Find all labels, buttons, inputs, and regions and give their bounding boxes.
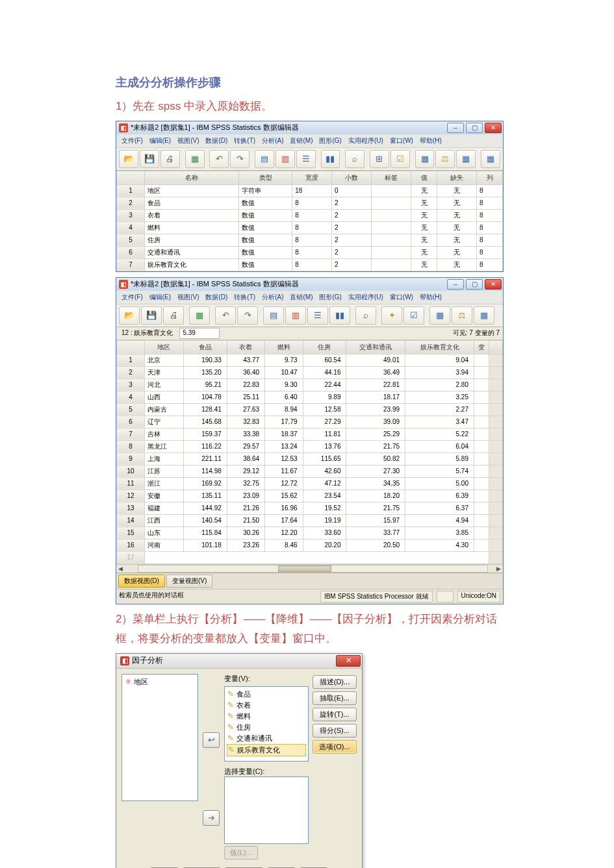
- table-row[interactable]: 7娱乐教育文化数值82无无8: [117, 258, 503, 271]
- redo-icon[interactable]: ↷: [237, 306, 258, 325]
- cell-value[interactable]: 9.30: [265, 378, 303, 391]
- row-header[interactable]: 4: [117, 221, 145, 234]
- row-header[interactable]: 1: [117, 184, 145, 197]
- cell-decimals[interactable]: 2: [332, 246, 372, 258]
- insert-cases-icon[interactable]: ✦: [381, 306, 402, 325]
- table-row[interactable]: 8黑龙江116.2229.5713.2413.7621.756.04: [117, 440, 503, 453]
- cell-extra[interactable]: [474, 428, 489, 440]
- cell-width[interactable]: 18: [292, 184, 332, 197]
- vertical-scrollbar[interactable]: [489, 440, 503, 453]
- bar-chart-icon[interactable]: ▮▮: [329, 306, 350, 325]
- value-labels-icon[interactable]: ▦: [415, 150, 435, 168]
- table-row[interactable]: 12安徽135.1123.0915.6223.5418.206.39: [117, 490, 503, 502]
- vertical-scrollbar[interactable]: [489, 366, 503, 378]
- cell-value[interactable]: 22.44: [303, 378, 346, 391]
- table-row[interactable]: 10江苏114.9829.1211.6742.6027.305.74: [117, 465, 503, 477]
- cell-value[interactable]: 50.82: [346, 453, 405, 465]
- menu-data[interactable]: 数据(D): [203, 136, 230, 146]
- vertical-scrollbar[interactable]: [489, 527, 503, 539]
- row-header[interactable]: 11: [117, 477, 145, 490]
- weight-icon[interactable]: ⚖: [452, 306, 472, 325]
- cell-type[interactable]: 数值: [239, 246, 292, 258]
- table-row[interactable]: 6辽宁145.6832.8317.7927.2939.093.47: [117, 415, 503, 428]
- cell-value[interactable]: 4.30: [405, 539, 474, 551]
- menu-transform[interactable]: 转换(T): [231, 136, 258, 146]
- source-var-list[interactable]: ⚛ 地区: [122, 674, 198, 801]
- cell-region[interactable]: 河北: [145, 378, 184, 391]
- cell-value[interactable]: 12.58: [303, 403, 346, 415]
- cell-value[interactable]: 23.26: [227, 539, 264, 551]
- cell-value[interactable]: 23.99: [346, 403, 405, 415]
- row-header[interactable]: 10: [117, 465, 145, 477]
- bar-chart-icon[interactable]: ▮▮: [321, 150, 340, 168]
- use-sets-icon[interactable]: ▦: [456, 150, 476, 168]
- close-button[interactable]: ✕: [485, 279, 502, 290]
- cell-value[interactable]: 140.54: [183, 514, 227, 527]
- cell-value[interactable]: 4.94: [405, 514, 474, 527]
- cell-label[interactable]: [372, 197, 411, 209]
- cell-value[interactable]: 221.11: [183, 453, 227, 465]
- cell-value[interactable]: 144.92: [183, 502, 227, 514]
- cell-value[interactable]: 32.83: [227, 415, 264, 428]
- dialog-close-button[interactable]: ✕: [336, 655, 361, 667]
- horizontal-scrollbar[interactable]: ◀ ▶: [116, 564, 503, 573]
- cell-value[interactable]: 39.09: [346, 415, 405, 428]
- cell-columns[interactable]: 8: [477, 221, 503, 234]
- cell-label[interactable]: [372, 258, 411, 271]
- move-to-select-button[interactable]: ➜: [203, 810, 220, 826]
- dataset-icon[interactable]: ▦: [189, 306, 210, 325]
- print-icon[interactable]: 🖨: [160, 150, 180, 168]
- cell-label[interactable]: [372, 209, 411, 221]
- cell-name[interactable]: 食品: [145, 197, 239, 209]
- cell-missing[interactable]: 无: [437, 246, 477, 258]
- menu-graphs[interactable]: 图形(G): [316, 292, 344, 303]
- cell-extra[interactable]: [474, 465, 489, 477]
- row-header[interactable]: 9: [117, 453, 145, 465]
- table-row[interactable]: 7吉林159.3733.3818.3711.8125.295.22: [117, 428, 503, 440]
- cell-type[interactable]: 数值: [239, 197, 292, 209]
- row-header[interactable]: 15: [117, 527, 145, 539]
- cell-value[interactable]: 8.46: [265, 539, 303, 551]
- menu-edit[interactable]: 编辑(E): [147, 136, 173, 146]
- cell-values[interactable]: 无: [411, 258, 437, 271]
- col-missing[interactable]: 缺失: [437, 171, 477, 184]
- table-row[interactable]: 4燃料数值82无无8: [117, 221, 503, 234]
- cell-extra[interactable]: [474, 391, 489, 403]
- row-header[interactable]: 13: [117, 502, 145, 514]
- row-header[interactable]: 3: [117, 209, 145, 221]
- row-header[interactable]: 16: [117, 539, 145, 551]
- cell-value[interactable]: 135.20: [183, 366, 227, 378]
- menu-file[interactable]: 文件(F): [119, 292, 146, 303]
- cell-value[interactable]: 13.76: [303, 440, 346, 453]
- goto-var-icon[interactable]: ▥: [285, 306, 306, 325]
- cell-region[interactable]: 吉林: [145, 428, 184, 440]
- scroll-left-icon[interactable]: ◀: [116, 565, 125, 572]
- cell-region[interactable]: 内蒙古: [145, 403, 184, 415]
- cell-region[interactable]: 江西: [145, 514, 184, 527]
- cell-value[interactable]: 101.18: [183, 539, 227, 551]
- select-var-input[interactable]: [224, 776, 309, 844]
- cell-width[interactable]: 8: [292, 246, 332, 258]
- find-icon[interactable]: ⌕: [355, 306, 376, 325]
- cell-decimals[interactable]: 2: [332, 258, 372, 271]
- cell-value[interactable]: 116.22: [183, 440, 227, 453]
- cell-extra[interactable]: [474, 527, 489, 539]
- cell-value[interactable]: 6.04: [405, 440, 474, 453]
- cell-type[interactable]: 数值: [239, 258, 292, 271]
- move-to-vars-button[interactable]: ↩: [203, 732, 220, 748]
- vertical-scrollbar[interactable]: [489, 514, 503, 527]
- col-type[interactable]: 类型: [239, 171, 292, 184]
- cell-label[interactable]: [372, 246, 411, 258]
- vertical-scrollbar[interactable]: [489, 354, 503, 366]
- variables-icon[interactable]: ☰: [307, 306, 328, 325]
- cell-value[interactable]: 27.29: [303, 415, 346, 428]
- cell-decimals[interactable]: 2: [332, 197, 372, 209]
- cell-value[interactable]: 18.37: [265, 428, 303, 440]
- vertical-scrollbar[interactable]: [489, 453, 503, 465]
- cell-value[interactable]: 22.81: [346, 378, 405, 391]
- cell-value[interactable]: 9.73: [265, 354, 303, 366]
- table-row[interactable]: 1地区字符串180无无8: [117, 184, 503, 197]
- row-header[interactable]: 2: [117, 366, 145, 378]
- cell-value[interactable]: 19.19: [303, 514, 346, 527]
- cell-value[interactable]: 135.11: [183, 490, 227, 502]
